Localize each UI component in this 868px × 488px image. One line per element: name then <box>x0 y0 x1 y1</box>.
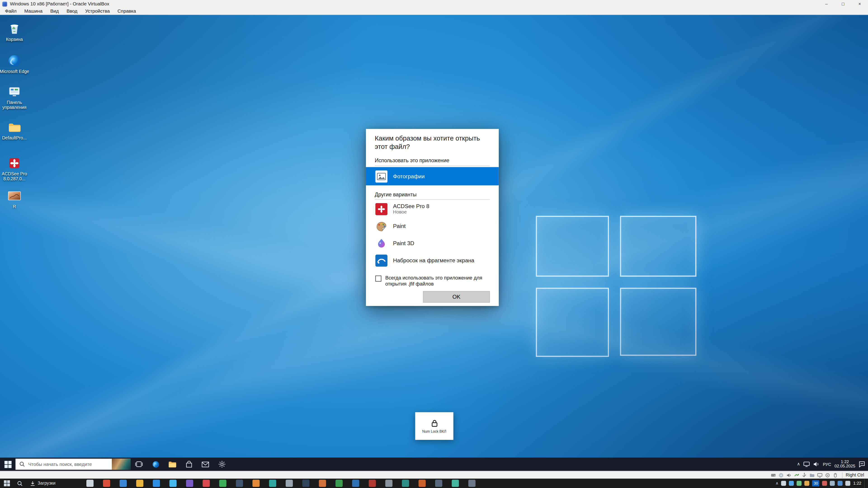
menu-view[interactable]: Вид <box>46 8 63 14</box>
host-clock[interactable]: 1:22 <box>853 481 862 486</box>
tray-icon[interactable] <box>797 481 802 486</box>
file-explorer-button[interactable] <box>164 457 180 471</box>
menu-input[interactable]: Ввод <box>63 8 81 14</box>
always-use-checkbox-row[interactable]: Всегда использовать это приложение для о… <box>375 275 490 287</box>
hdd-status-icon[interactable] <box>770 472 776 478</box>
host-app-icon[interactable] <box>153 480 160 487</box>
show-desktop-button[interactable] <box>864 479 866 488</box>
app-option-paint3d[interactable]: Paint 3D <box>366 234 499 252</box>
host-app-icon[interactable] <box>303 480 310 487</box>
lock-icon <box>430 419 439 428</box>
host-app-icon[interactable] <box>252 480 260 487</box>
edge-icon <box>6 53 22 69</box>
host-app-icon[interactable] <box>402 480 409 487</box>
recording-status-icon[interactable] <box>825 472 831 478</box>
tray-icon[interactable] <box>846 481 850 486</box>
desktop-icon-folder[interactable]: DefaultPro... <box>0 120 30 140</box>
downloads-label: Загрузки <box>38 481 56 486</box>
host-app-icon[interactable] <box>336 480 343 487</box>
menu-file[interactable]: Файл <box>1 8 20 14</box>
app-option-photos[interactable]: Фотографии <box>366 167 499 186</box>
downloads-toolbar[interactable]: Загрузки <box>27 481 59 486</box>
edge-icon <box>151 460 160 468</box>
vbox-statusbar: Right Ctrl <box>0 471 868 479</box>
always-use-checkbox[interactable] <box>375 275 381 282</box>
snip-sketch-app-icon <box>375 254 388 266</box>
host-app-icon[interactable] <box>352 480 360 487</box>
host-app-icon[interactable] <box>452 480 459 487</box>
search-input[interactable] <box>25 461 112 467</box>
desktop-icon-recycle-bin[interactable]: Корзина <box>0 21 30 42</box>
network-icon[interactable] <box>804 461 810 467</box>
display-status-icon[interactable] <box>817 472 823 478</box>
desktop-icon-control-panel[interactable]: Панель управления <box>0 84 30 110</box>
host-app-icon[interactable] <box>87 480 94 487</box>
tray-icon[interactable] <box>781 481 786 486</box>
host-app-icon[interactable] <box>120 480 127 487</box>
desktop-icon-microsoft-edge[interactable]: Microsoft Edge <box>0 53 30 74</box>
host-app-icon[interactable] <box>435 480 442 487</box>
start-button[interactable] <box>0 457 16 471</box>
search-box[interactable] <box>16 459 131 470</box>
tray-icon[interactable] <box>822 481 827 486</box>
tray-icon[interactable] <box>804 481 809 486</box>
host-app-icon[interactable] <box>186 480 193 487</box>
edge-taskbar-button[interactable] <box>147 457 164 471</box>
volume-icon[interactable] <box>813 461 819 467</box>
tray-badge[interactable]: 30 <box>812 480 819 486</box>
host-app-icon[interactable] <box>169 480 177 487</box>
search-highlight-image[interactable] <box>112 459 131 470</box>
desktop-icon-image-file[interactable]: R <box>0 188 30 209</box>
host-app-icon[interactable] <box>269 480 276 487</box>
mail-button[interactable] <box>197 457 214 471</box>
host-app-icon[interactable] <box>203 480 210 487</box>
tray-icon[interactable] <box>830 481 835 486</box>
minimize-button[interactable]: – <box>818 0 835 8</box>
tray-icon[interactable] <box>838 481 843 486</box>
host-app-icon[interactable] <box>286 480 293 487</box>
mail-icon <box>202 461 209 467</box>
app-option-acdsee[interactable]: ACDSee Pro 8 Новое <box>366 200 499 218</box>
host-search-button[interactable] <box>13 479 27 488</box>
host-start-button[interactable] <box>0 479 13 488</box>
desktop-icon-acdsee-setup[interactable]: ACDSee Pro 8.0.287.0... <box>0 156 30 182</box>
host-app-icon[interactable] <box>219 480 226 487</box>
tray-icon[interactable] <box>789 481 794 486</box>
app-option-label: Paint 3D <box>393 240 414 246</box>
menu-help[interactable]: Справка <box>114 8 140 14</box>
guest-system-tray: ∧ РУС 1:22 02.05.2025 <box>797 457 868 471</box>
language-indicator[interactable]: РУС <box>823 462 831 467</box>
app-option-snip-sketch[interactable]: Набросок на фрагменте экрана <box>366 252 499 269</box>
shared-folders-status-icon[interactable] <box>809 472 815 478</box>
host-app-icon[interactable] <box>319 480 326 487</box>
host-app-icon[interactable] <box>136 480 144 487</box>
download-icon <box>30 481 35 486</box>
tray-chevron-icon[interactable]: ∧ <box>797 462 800 466</box>
app-option-paint[interactable]: Paint <box>366 217 499 234</box>
action-center-icon[interactable] <box>859 461 865 467</box>
optical-disk-status-icon[interactable] <box>778 472 784 478</box>
host-app-icon[interactable] <box>103 480 110 487</box>
menu-devices[interactable]: Устройства <box>81 8 114 14</box>
close-button[interactable]: × <box>851 0 868 8</box>
settings-button[interactable] <box>214 457 230 471</box>
audio-status-icon[interactable] <box>786 472 792 478</box>
tray-chevron-icon[interactable]: ∧ <box>776 481 778 486</box>
host-app-icon[interactable] <box>418 480 426 487</box>
maximize-button[interactable]: □ <box>835 0 851 8</box>
ok-button[interactable]: OK <box>423 291 490 302</box>
host-app-icon[interactable] <box>369 480 376 487</box>
host-app-icon[interactable] <box>236 480 243 487</box>
task-view-button[interactable] <box>131 457 147 471</box>
network-status-icon[interactable] <box>794 472 800 478</box>
window-title: Windows 10 x86 [Работает] - Oracle Virtu… <box>10 1 818 6</box>
store-button[interactable] <box>180 457 197 471</box>
menu-machine[interactable]: Машина <box>20 8 46 14</box>
paint3d-app-icon <box>375 237 388 249</box>
clock[interactable]: 1:22 02.05.2025 <box>835 459 855 469</box>
usb-status-icon[interactable] <box>801 472 807 478</box>
store-icon <box>185 461 192 468</box>
host-app-icon[interactable] <box>468 480 475 487</box>
mouse-integration-status-icon[interactable] <box>832 472 838 478</box>
host-app-icon[interactable] <box>385 480 393 487</box>
